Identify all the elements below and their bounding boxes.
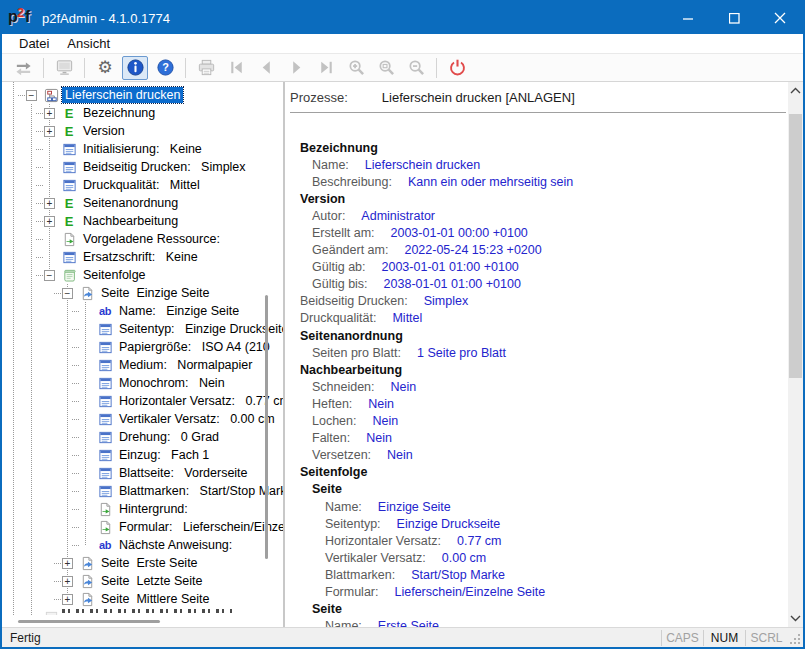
tree-row[interactable]: Monochrom: Nein	[2, 374, 283, 392]
field-icon	[97, 339, 113, 355]
expand-icon[interactable]: +	[44, 198, 55, 209]
tree-row[interactable]: Ersatzschrift: Keine	[2, 248, 283, 266]
field-label: Blattmarken:	[325, 568, 395, 582]
nav-prev-icon	[257, 58, 276, 77]
tree-row[interactable]: Einzug: Fach 1	[2, 446, 283, 464]
expand-icon[interactable]: +	[44, 108, 55, 119]
tree-row[interactable]: Formular: Lieferschein/Einzelne Seite	[2, 518, 283, 536]
process-tree[interactable]: −Lieferschein drucken+EBezeichnung+EVers…	[2, 82, 283, 615]
tree-row[interactable]: Drehung: 0 Grad	[2, 428, 283, 446]
tree-row[interactable]: Blattmarken: Start/Stop Marke	[2, 482, 283, 500]
gear-button[interactable]: ⚙	[92, 56, 118, 80]
field-label: Horizontaler Versatz:	[325, 534, 441, 548]
minimize-icon	[683, 13, 694, 24]
expand-icon[interactable]: +	[44, 216, 55, 227]
details-scroll-thumb[interactable]	[789, 114, 802, 378]
field-icon	[97, 447, 113, 463]
collapse-icon[interactable]: −	[62, 288, 73, 299]
tree-row[interactable]: Horizontaler Versatz: 0.77 cm	[2, 392, 283, 410]
tree-panel: −Lieferschein drucken+EBezeichnung+EVers…	[2, 82, 283, 627]
scrl-indicator: SCRL	[745, 630, 787, 646]
tree-row[interactable]: Initialisierung: Keine	[2, 140, 283, 158]
scroll-down-icon[interactable]	[788, 610, 803, 627]
expand-icon[interactable]: +	[62, 576, 73, 587]
tree-row[interactable]: Druckqualität: Mittel	[2, 176, 283, 194]
gear-icon: ⚙	[97, 59, 112, 76]
field-label: Nachbearbeitung	[300, 363, 402, 377]
tree-row[interactable]: Hintergrund:	[2, 500, 283, 518]
tree-horizontal-scrollbar[interactable]	[2, 615, 283, 627]
page-icon	[79, 591, 95, 607]
expand-icon[interactable]: +	[62, 558, 73, 569]
help-button[interactable]: ?	[152, 56, 178, 80]
info-button[interactable]	[122, 56, 148, 80]
tree-hscroll-thumb[interactable]	[18, 620, 160, 623]
tree-row[interactable]: −Seite Einzige Seite	[2, 284, 283, 302]
tree-row[interactable]: Vorgeladene Ressource:	[2, 230, 283, 248]
details-section-header: Seite	[285, 481, 788, 498]
maximize-icon	[729, 13, 740, 24]
tree-row-clipped[interactable]	[2, 608, 283, 615]
field-value: 0.77 cm	[457, 534, 501, 548]
details-field: Vertikaler Versatz:0.00 cm	[285, 549, 788, 566]
expand-icon[interactable]: +	[44, 126, 55, 137]
tree-connector-stub	[72, 329, 80, 330]
tree-row[interactable]: +EBezeichnung	[2, 104, 283, 122]
collapse-icon[interactable]: −	[26, 90, 37, 101]
tree-row[interactable]: −Lieferschein drucken	[2, 86, 283, 104]
details-scrollbar[interactable]	[788, 82, 803, 627]
details-field: Name:Lieferschein drucken	[285, 156, 788, 173]
menu-datei[interactable]: Datei	[10, 34, 58, 53]
field-label: Seite	[312, 482, 342, 496]
main-content: −Lieferschein drucken+EBezeichnung+EVers…	[2, 82, 803, 627]
tree-connector-stub	[36, 185, 44, 186]
caps-indicator: CAPS	[661, 630, 703, 646]
details-field: Lochen:Nein	[285, 413, 788, 430]
tree-row[interactable]: abNächste Anweisung:	[2, 536, 283, 554]
details-section-header: Seite	[285, 601, 788, 618]
field-label: Falten:	[312, 431, 350, 445]
tree-row-label: Initialisierung: Keine	[80, 141, 205, 157]
power-icon	[448, 58, 467, 77]
minimize-button[interactable]	[665, 2, 711, 34]
field-label: Geändert am:	[312, 243, 388, 257]
collapse-icon[interactable]: −	[44, 270, 55, 281]
tree-row[interactable]: abName: Einzige Seite	[2, 302, 283, 320]
maximize-button[interactable]	[711, 2, 757, 34]
tree-row[interactable]: +ESeitenanordnung	[2, 194, 283, 212]
expand-icon[interactable]: +	[62, 594, 73, 605]
details-field: Schneiden:Nein	[285, 378, 788, 395]
tree-row[interactable]: +Seite Mittlere Seite	[2, 590, 283, 608]
tree-row[interactable]: Papiergröße: ISO A4 (210	[2, 338, 283, 356]
details-field: Geändert am:2022-05-24 15:23 +0200	[285, 242, 788, 259]
details-header: Prozesse: Lieferschein drucken [ANLAGEN]	[290, 82, 786, 113]
tree-row[interactable]: +Seite Letzte Seite	[2, 572, 283, 590]
svg-text:?: ?	[162, 61, 169, 73]
resize-grip[interactable]	[787, 628, 803, 647]
tree-row[interactable]: Beidseitig Drucken: Simplex	[2, 158, 283, 176]
field-label: Gültig ab:	[312, 260, 366, 274]
tree-connector-stub	[36, 149, 44, 150]
tree-row[interactable]: Blattseite: Vorderseite	[2, 464, 283, 482]
tree-row[interactable]: −Seitenfolge	[2, 266, 283, 284]
tree-vscroll-thumb[interactable]	[265, 295, 268, 559]
field-icon	[97, 375, 113, 391]
power-button[interactable]	[444, 56, 470, 80]
resource-icon	[97, 501, 113, 517]
tree-row[interactable]: +EVersion	[2, 122, 283, 140]
tree-row-label: Beidseitig Drucken: Simplex	[80, 159, 249, 175]
field-icon	[61, 249, 77, 265]
tree-row[interactable]: +Seite Erste Seite	[2, 554, 283, 572]
tree-row[interactable]: Medium: Normalpapier	[2, 356, 283, 374]
field-value: 0.00 cm	[442, 551, 486, 565]
field-icon	[61, 141, 77, 157]
tree-row-label: Ersatzschrift: Keine	[80, 249, 201, 265]
details-field: Seiten pro Blatt:1 Seite pro Blatt	[285, 344, 788, 361]
close-button[interactable]	[757, 2, 803, 34]
menu-ansicht[interactable]: Ansicht	[58, 34, 119, 53]
tree-row[interactable]: +ENachbearbeitung	[2, 212, 283, 230]
scroll-up-icon[interactable]	[788, 82, 803, 99]
tree-row[interactable]: Vertikaler Versatz: 0.00 cm	[2, 410, 283, 428]
tree-row[interactable]: Seitentyp: Einzige Druckseite	[2, 320, 283, 338]
tree-row-label: Vertikaler Versatz: 0.00 cm	[116, 411, 278, 427]
